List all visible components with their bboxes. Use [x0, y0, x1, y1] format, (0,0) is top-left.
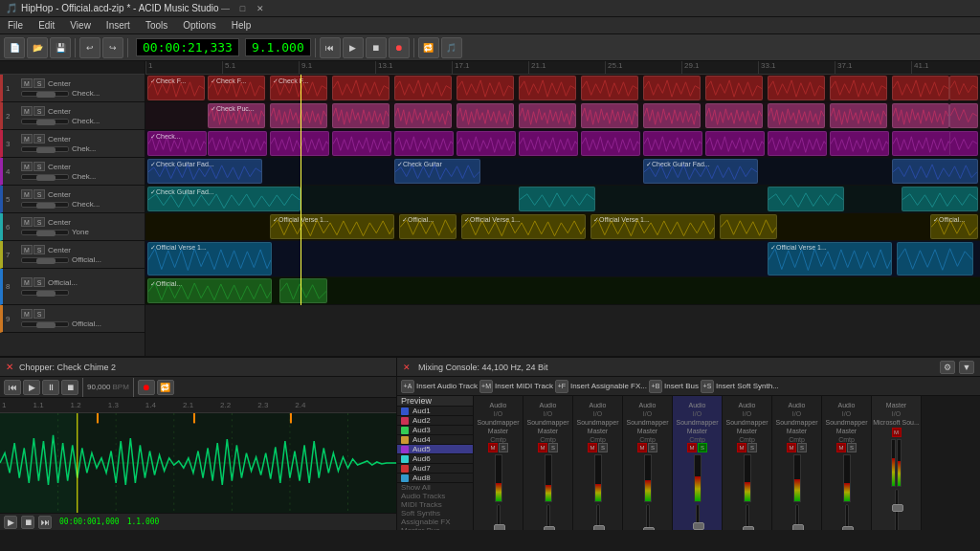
mixer-soft-synths[interactable]: Soft Synths [397, 509, 473, 518]
clip-2-13[interactable] [949, 103, 978, 128]
track-row-5[interactable]: ✓Check Guitar Fad... [145, 186, 980, 213]
clip-7-2[interactable]: ✓Official Verse 1... [768, 242, 892, 276]
aud8-solo[interactable]: S [847, 443, 857, 452]
clip-3-10[interactable] [705, 131, 765, 156]
track-volume-7[interactable] [21, 257, 69, 263]
mixer-track-aud6[interactable]: Aud6 [397, 454, 473, 464]
aud8-fader[interactable] [845, 504, 849, 530]
track-row-3[interactable]: ✓Check... [145, 130, 980, 158]
aud5-solo[interactable]: S [698, 443, 707, 452]
track-solo-2[interactable]: S [33, 106, 45, 116]
track-volume-2[interactable] [21, 119, 69, 124]
clip-7-3[interactable] [897, 242, 973, 276]
clip-3-4[interactable] [332, 131, 391, 156]
track-mute-5[interactable]: M [21, 189, 33, 199]
clip-4-4[interactable] [892, 159, 978, 184]
chopper-loop[interactable]: 🔁 [157, 380, 174, 395]
clip-2-5[interactable] [457, 103, 514, 128]
clip-1-10[interactable] [705, 76, 763, 100]
clip-2-12[interactable] [892, 103, 949, 128]
menu-help[interactable]: Help [228, 20, 256, 31]
track-mute-1[interactable]: M [21, 78, 33, 88]
mixer-audio-tracks[interactable]: Audio Tracks [397, 492, 473, 500]
clip-5-3[interactable] [768, 187, 844, 211]
mixer-insert-bus[interactable]: +B [649, 380, 662, 393]
aud1-solo[interactable]: S [499, 443, 508, 452]
aud4-mute[interactable]: M [637, 443, 647, 452]
maximize-button[interactable]: □ [236, 2, 250, 15]
track-mute-7[interactable]: M [21, 245, 33, 254]
menu-options[interactable]: Options [179, 20, 219, 31]
clip-6-3[interactable]: ✓Official Verse 1... [461, 214, 586, 239]
metronome-button[interactable]: 🎵 [441, 37, 462, 58]
aud7-mute[interactable]: M [787, 443, 796, 452]
clip-8-2[interactable] [279, 278, 327, 303]
track-solo-8[interactable]: S [33, 277, 45, 287]
close-button[interactable]: ✕ [254, 2, 267, 15]
aud4-solo[interactable]: S [648, 443, 657, 452]
mixer-track-aud1[interactable]: Aud1 [397, 407, 473, 416]
chopper-stop[interactable]: ⏹ [61, 380, 78, 395]
clip-1-12[interactable] [830, 76, 887, 100]
clip-5-2[interactable] [519, 187, 595, 211]
track-solo-6[interactable]: S [33, 217, 45, 227]
track-row-8[interactable]: ✓Official... [145, 277, 980, 305]
aud3-mute[interactable]: M [588, 443, 597, 452]
clip-3-2[interactable] [208, 131, 267, 156]
mixer-settings[interactable]: ⚙ [940, 361, 955, 374]
track-row-1[interactable]: ✓Check F... ✓Check F... ✓Check F... [145, 75, 980, 102]
aud2-mute[interactable]: M [538, 443, 547, 452]
mixer-insert-soft[interactable]: +S [701, 380, 714, 393]
clip-1-1[interactable]: ✓Check F... [147, 76, 205, 100]
clip-3-14[interactable] [949, 131, 978, 156]
record-button[interactable]: ⏺ [389, 37, 410, 58]
clip-1-11[interactable] [768, 76, 825, 100]
clip-7-1[interactable]: ✓Official Verse 1... [147, 242, 272, 276]
menu-insert[interactable]: Insert [102, 20, 134, 31]
loop-button[interactable]: 🔁 [418, 37, 439, 58]
aud4-fader[interactable] [646, 504, 650, 530]
aud3-fader[interactable] [596, 504, 600, 530]
clip-1-2[interactable]: ✓Check F... [208, 76, 265, 100]
track-mute-3[interactable]: M [21, 134, 33, 143]
clip-1-7[interactable] [519, 76, 576, 100]
track-volume-5[interactable] [21, 202, 69, 208]
aud6-fader[interactable] [746, 504, 749, 530]
track-volume-1[interactable] [21, 91, 69, 97]
clip-6-1[interactable]: ✓Official Verse 1... [270, 214, 394, 239]
track-volume-8[interactable] [21, 290, 69, 296]
aud5-mute[interactable]: M [687, 443, 697, 452]
chopper-footer-play[interactable]: ▶ [4, 516, 17, 529]
track-solo-1[interactable]: S [33, 78, 45, 88]
mixer-assignable-fx[interactable]: Assignable FX [397, 518, 473, 526]
master-mute[interactable]: M [892, 428, 902, 437]
open-button[interactable]: 📂 [27, 37, 48, 58]
aud5-fader[interactable] [696, 504, 700, 530]
menu-edit[interactable]: Edit [34, 20, 58, 31]
undo-button[interactable]: ↩ [79, 37, 100, 58]
clip-8-1[interactable]: ✓Official... [147, 278, 272, 303]
clip-2-3[interactable] [332, 103, 390, 128]
clip-3-8[interactable] [581, 131, 640, 156]
aud7-fader[interactable] [795, 504, 799, 530]
save-button[interactable]: 💾 [50, 37, 71, 58]
clip-6-2[interactable]: ✓Official... [399, 214, 457, 239]
track-mute-8[interactable]: M [21, 277, 33, 287]
master-fader[interactable] [895, 489, 899, 530]
mixer-show-all[interactable]: Show All [397, 483, 473, 492]
mixer-track-aud4[interactable]: Aud4 [397, 435, 473, 445]
mixer-track-aud5[interactable]: Aud5 [397, 445, 473, 454]
track-volume-9[interactable] [21, 321, 69, 327]
play-button[interactable]: ▶ [343, 37, 364, 58]
menu-tools[interactable]: Tools [142, 20, 171, 31]
track-row-7[interactable]: ✓Official Verse 1... ✓Official Verse 1..… [145, 241, 980, 277]
track-row-4[interactable]: ✓Check Guitar Fad... ✓Check Guitar ✓Chec… [145, 158, 980, 186]
mixer-midi-tracks[interactable]: MIDI Tracks [397, 500, 473, 509]
mixer-insert-midi[interactable]: +M [479, 380, 493, 393]
clip-6-4[interactable]: ✓Official Verse 1... [590, 214, 715, 239]
aud1-fader[interactable] [497, 504, 501, 530]
menu-view[interactable]: View [66, 20, 95, 31]
chopper-footer-stop[interactable]: ⏹ [21, 516, 34, 529]
mixer-insert-fx[interactable]: +F [555, 380, 568, 393]
mixer-track-aud2[interactable]: Aud2 [397, 416, 473, 426]
